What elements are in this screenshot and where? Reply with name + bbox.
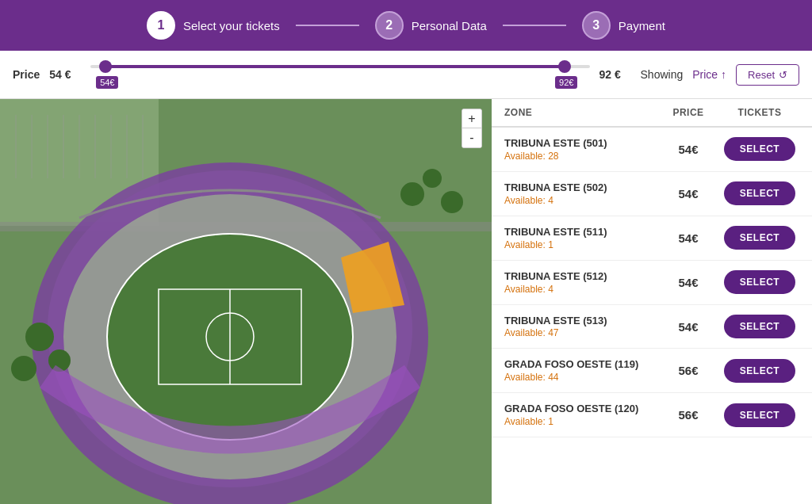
zone-available: Available: 44 [504, 372, 657, 383]
zone-price: 54€ [657, 187, 720, 200]
sort-button[interactable]: Price ↑ [692, 68, 726, 81]
zone-name: GRADA FOSO OESTE (120) [504, 403, 657, 416]
zone-available: Available: 1 [504, 416, 657, 427]
range-label-min: 54€ [96, 76, 118, 89]
ticket-row: TRIBUNA ESTE (502) Available: 4 54€ SELE… [492, 172, 812, 216]
select-cell: SELECT [720, 270, 799, 294]
svg-point-12 [441, 191, 463, 213]
ticket-table-header: ZONE PRICE TICKETS [492, 99, 812, 128]
step-2-circle: 2 [375, 11, 404, 40]
zone-name: TRIBUNA ESTE (501) [504, 137, 657, 151]
step-line-2 [503, 25, 566, 26]
zone-name: TRIBUNA ESTE (511) [504, 226, 657, 239]
step-2: 2 Personal Data [375, 11, 487, 40]
step-3: 3 Payment [582, 11, 665, 40]
select-cell: SELECT [720, 403, 799, 427]
price-range-slider[interactable]: 54€ 92€ [90, 59, 589, 90]
select-cell: SELECT [720, 137, 799, 161]
zone-info: TRIBUNA ESTE (502) Available: 4 [504, 181, 657, 206]
zone-info: TRIBUNA ESTE (501) Available: 28 [504, 137, 657, 162]
price-max-value: 92 € [599, 68, 631, 81]
zone-name: TRIBUNA ESTE (502) [504, 181, 657, 195]
select-button[interactable]: SELECT [724, 403, 795, 427]
zone-info: GRADA FOSO OESTE (119) Available: 44 [504, 358, 657, 383]
range-fill [105, 65, 565, 68]
filter-bar: Price 54 € 54€ 92€ 92 € Showing Price ↑ … [0, 51, 812, 99]
select-cell: SELECT [720, 226, 799, 250]
select-cell: SELECT [720, 359, 799, 383]
ticket-row: TRIBUNA ESTE (501) Available: 28 54€ SEL… [492, 128, 812, 172]
range-track [90, 65, 589, 68]
price-filter-label: Price [13, 68, 40, 81]
select-button[interactable]: SELECT [724, 226, 795, 250]
reset-icon: ↺ [779, 69, 787, 81]
select-button[interactable]: SELECT [724, 181, 795, 205]
range-label-max: 92€ [555, 76, 577, 89]
step-3-circle: 3 [582, 11, 611, 40]
ticket-rows-container: TRIBUNA ESTE (501) Available: 28 54€ SEL… [492, 128, 812, 437]
zone-price: 54€ [657, 231, 720, 245]
ticket-row: TRIBUNA ESTE (512) Available: 4 54€ SELE… [492, 261, 812, 305]
zoom-out-button[interactable]: - [462, 128, 481, 147]
stadium-map: + - [0, 99, 492, 504]
stadium-svg [0, 99, 492, 504]
range-thumb-left[interactable] [99, 60, 112, 73]
ticket-row: GRADA FOSO OESTE (120) Available: 1 56€ … [492, 393, 812, 437]
zone-price: 56€ [657, 364, 720, 377]
zoom-controls: + - [462, 109, 482, 148]
zone-info: TRIBUNA ESTE (512) Available: 4 [504, 270, 657, 295]
zone-price: 54€ [657, 320, 720, 334]
select-cell: SELECT [720, 315, 799, 338]
svg-point-11 [423, 169, 442, 188]
ticket-row: TRIBUNA ESTE (511) Available: 1 54€ SELE… [492, 216, 812, 261]
step-1-label: Select your tickets [183, 19, 280, 32]
zone-available: Available: 1 [504, 239, 657, 250]
col-header-zone: ZONE [504, 107, 657, 118]
zone-price: 54€ [657, 276, 720, 289]
zone-price: 56€ [657, 408, 720, 422]
step-1: 1 Select your tickets [147, 11, 280, 40]
select-button[interactable]: SELECT [724, 137, 795, 161]
step-2-label: Personal Data [412, 19, 487, 32]
svg-point-15 [11, 356, 36, 381]
zone-info: GRADA FOSO OESTE (120) Available: 1 [504, 403, 657, 427]
ticket-row: GRADA FOSO OESTE (119) Available: 44 56€… [492, 349, 812, 393]
col-header-tickets: TICKETS [720, 107, 799, 118]
select-button[interactable]: SELECT [724, 270, 795, 294]
zone-available: Available: 4 [504, 195, 657, 206]
zone-name: TRIBUNA ESTE (512) [504, 270, 657, 284]
select-cell: SELECT [720, 181, 799, 205]
zoom-in-button[interactable]: + [462, 109, 481, 128]
ticket-row: TRIBUNA ESTE (513) Available: 47 54€ SEL… [492, 305, 812, 349]
zone-price: 54€ [657, 143, 720, 156]
step-1-circle: 1 [147, 11, 175, 40]
zone-available: Available: 4 [504, 284, 657, 295]
svg-point-10 [400, 182, 424, 206]
zone-available: Available: 47 [504, 327, 657, 338]
showing-label: Showing [641, 68, 684, 81]
zone-info: TRIBUNA ESTE (511) Available: 1 [504, 226, 657, 250]
header: 1 Select your tickets 2 Personal Data 3 … [0, 0, 812, 51]
range-thumb-right[interactable] [558, 60, 571, 73]
select-button[interactable]: SELECT [724, 359, 795, 383]
col-header-price: PRICE [657, 107, 720, 118]
zone-info: TRIBUNA ESTE (513) Available: 47 [504, 315, 657, 339]
main-content: + - ZONE PRICE TICKETS TRIBUNA ESTE (501… [0, 99, 812, 504]
zone-name: TRIBUNA ESTE (513) [504, 315, 657, 328]
price-min-value: 54 € [49, 68, 81, 81]
svg-point-13 [25, 323, 54, 351]
ticket-list: ZONE PRICE TICKETS TRIBUNA ESTE (501) Av… [492, 99, 812, 504]
zone-available: Available: 28 [504, 151, 657, 162]
zone-name: GRADA FOSO OESTE (119) [504, 358, 657, 372]
reset-label: Reset [748, 69, 775, 81]
step-line-1 [296, 25, 359, 26]
reset-button[interactable]: Reset ↺ [736, 64, 799, 86]
select-button[interactable]: SELECT [724, 315, 795, 338]
step-3-label: Payment [619, 19, 665, 32]
